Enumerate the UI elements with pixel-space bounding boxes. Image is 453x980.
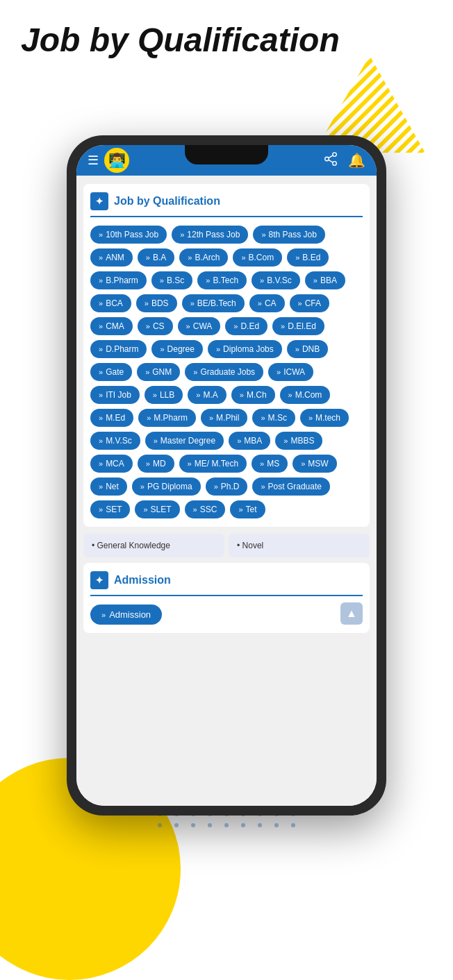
bottom-links-row: • General Knowledge • Novel: [83, 534, 370, 557]
tag-mpharm[interactable]: »M.Pharm: [138, 409, 196, 427]
svg-line-6: [329, 160, 333, 162]
tag-ca[interactable]: »CA: [249, 294, 285, 312]
tag-mbbs[interactable]: »MBBS: [275, 432, 322, 450]
tag-diploma[interactable]: »Diploma Jobs: [208, 340, 282, 358]
novel-link[interactable]: • Novel: [229, 534, 370, 557]
tag-mch[interactable]: »M.Ch: [231, 386, 275, 404]
admission-section-icon: ✦: [90, 571, 108, 589]
tag-bcom[interactable]: »B.Com: [233, 248, 282, 267]
tag-ba[interactable]: »B.A: [138, 248, 174, 267]
admission-section-title: Admission: [114, 574, 171, 586]
tag-post-graduate[interactable]: »Post Graduate: [252, 478, 330, 496]
tag-me-mtech[interactable]: »ME/ M.Tech: [179, 455, 247, 473]
tag-mcom[interactable]: »M.Com: [280, 386, 331, 404]
tag-bba[interactable]: »BBA: [305, 271, 345, 289]
job-tags-container: »10th Pass Job »12th Pass Job »8th Pass …: [90, 226, 363, 518]
tag-med[interactable]: »M.Ed: [90, 409, 133, 427]
tag-dpharm[interactable]: »D.Pharm: [90, 340, 147, 358]
share-icon[interactable]: [323, 151, 338, 170]
tag-icwa[interactable]: »ICWA: [268, 363, 313, 381]
admission-section-header: ✦ Admission: [90, 571, 363, 596]
tag-msc[interactable]: »M.Sc: [252, 409, 295, 427]
tag-pg-diploma[interactable]: »PG Diploma: [132, 478, 201, 496]
svg-point-4: [325, 157, 329, 161]
phone-frame: ☰ 👨‍💻 🔔: [67, 135, 386, 816]
admission-row: » Admission ▲: [90, 605, 363, 625]
scroll-top-button[interactable]: ▲: [340, 602, 363, 625]
tag-net[interactable]: »Net: [90, 478, 127, 496]
tag-mtech[interactable]: »M.tech: [300, 409, 349, 427]
tag-cs[interactable]: »CS: [138, 317, 173, 335]
tag-ded[interactable]: »D.Ed: [225, 317, 267, 335]
tag-dnb[interactable]: »DNB: [287, 340, 328, 358]
general-knowledge-link[interactable]: • General Knowledge: [83, 534, 224, 557]
menu-icon[interactable]: ☰: [88, 153, 99, 168]
tag-anm[interactable]: »ANM: [90, 248, 133, 267]
tag-slet[interactable]: »SLET: [135, 500, 179, 518]
tag-bsc[interactable]: »B.Sc: [151, 271, 192, 289]
tag-master-degree[interactable]: »Master Degree: [145, 432, 224, 450]
job-qualification-card: ✦ Job by Qualification »10th Pass Job »1…: [83, 184, 370, 527]
tag-barch[interactable]: »B.Arch: [179, 248, 228, 267]
tag-bds[interactable]: »BDS: [136, 294, 177, 312]
tag-cma[interactable]: »CMA: [90, 317, 133, 335]
bell-icon[interactable]: 🔔: [348, 152, 365, 169]
svg-point-3: [333, 152, 337, 156]
page-title: Job by Qualification: [21, 21, 340, 59]
job-section-header: ✦ Job by Qualification: [90, 192, 363, 217]
svg-line-7: [329, 155, 333, 158]
job-section-title: Job by Qualification: [114, 195, 220, 208]
tag-graduate[interactable]: »Graduate Jobs: [185, 363, 263, 381]
tag-tet[interactable]: »Tet: [230, 500, 265, 518]
phone-screen: ☰ 👨‍💻 🔔: [76, 145, 377, 806]
tag-mba[interactable]: »MBA: [229, 432, 270, 450]
svg-point-5: [333, 161, 337, 165]
tag-gnm[interactable]: »GNM: [137, 363, 180, 381]
tag-md[interactable]: »MD: [138, 455, 174, 473]
tag-deled[interactable]: »D.El.Ed: [272, 317, 324, 335]
tag-set[interactable]: »SET: [90, 500, 130, 518]
tag-ma[interactable]: »M.A: [188, 386, 226, 404]
tag-bpharm[interactable]: »B.Pharm: [90, 271, 147, 289]
tag-10th-pass-job[interactable]: »10th Pass Job: [90, 226, 167, 244]
tag-cwa[interactable]: »CWA: [178, 317, 221, 335]
tag-bebtech[interactable]: »BE/B.Tech: [182, 294, 245, 312]
tag-ssc[interactable]: »SSC: [185, 500, 226, 518]
tag-btech[interactable]: »B.Tech: [197, 271, 247, 289]
tag-cfa[interactable]: »CFA: [290, 294, 329, 312]
tag-gate[interactable]: »Gate: [90, 363, 132, 381]
job-section-icon: ✦: [90, 192, 108, 210]
tag-degree[interactable]: »Degree: [151, 340, 202, 358]
tag-mphil[interactable]: »M.Phil: [201, 409, 247, 427]
tag-mvsc[interactable]: »M.V.Sc: [90, 432, 140, 450]
admission-card: ✦ Admission » Admission ▲: [83, 563, 370, 633]
tag-12th-pass-job[interactable]: »12th Pass Job: [172, 226, 248, 244]
tag-8th-pass-job[interactable]: »8th Pass Job: [253, 226, 325, 244]
tag-bca[interactable]: »BCA: [90, 294, 131, 312]
tag-iti[interactable]: »ITI Job: [90, 386, 140, 404]
tag-bvsc[interactable]: »B.V.Sc: [252, 271, 300, 289]
tag-phd[interactable]: »Ph.D: [206, 478, 248, 496]
tag-ms[interactable]: »MS: [252, 455, 288, 473]
content-area: ✦ Job by Qualification »10th Pass Job »1…: [76, 176, 377, 806]
tag-llb[interactable]: »LLB: [145, 386, 183, 404]
phone-notch: [185, 145, 268, 164]
tag-msw[interactable]: »MSW: [293, 455, 336, 473]
tag-mca[interactable]: »MCA: [90, 455, 133, 473]
app-logo[interactable]: 👨‍💻: [104, 148, 129, 173]
tag-bed[interactable]: »B.Ed: [287, 248, 329, 267]
admission-tag[interactable]: » Admission: [90, 605, 162, 625]
